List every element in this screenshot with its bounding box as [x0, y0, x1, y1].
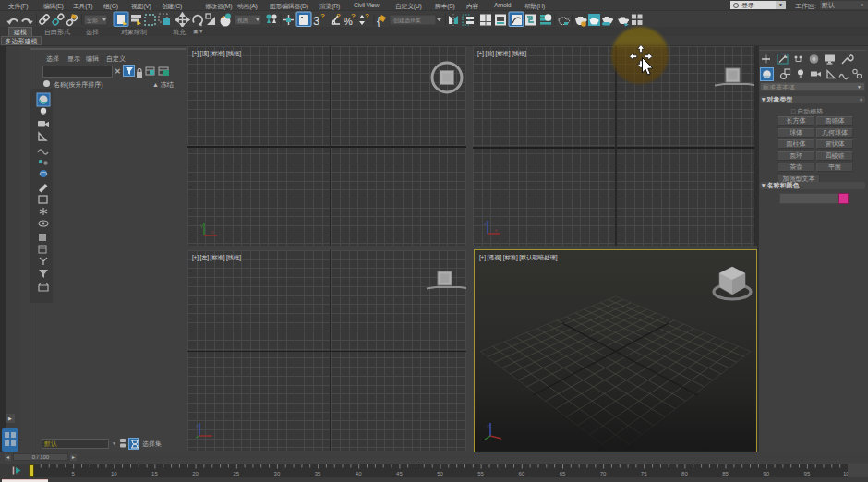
svg-text:85: 85 [722, 471, 729, 476]
svg-text:80: 80 [681, 471, 688, 476]
svg-text:z: z [196, 423, 199, 428]
svg-text:45: 45 [396, 471, 403, 476]
svg-text:视图: 视图 [237, 17, 248, 24]
svg-text:35: 35 [315, 471, 321, 476]
svg-text:z: z [484, 221, 487, 226]
svg-text:{: { [377, 15, 380, 28]
svg-text:10: 10 [111, 471, 117, 476]
svg-text:z: z [487, 423, 489, 428]
svg-text:90: 90 [763, 471, 769, 476]
svg-text:75: 75 [641, 471, 647, 476]
svg-text:?: ? [336, 12, 341, 20]
svg-text:全部: 全部 [86, 17, 98, 24]
svg-text:65: 65 [560, 471, 566, 476]
svg-text:x: x [211, 229, 214, 235]
svg-text:15: 15 [151, 471, 158, 476]
svg-text:55: 55 [477, 471, 484, 476]
svg-text:x: x [495, 227, 498, 233]
svg-text:25: 25 [233, 471, 239, 476]
svg-text:30: 30 [274, 471, 281, 476]
svg-text:?: ? [320, 12, 325, 20]
svg-text:20: 20 [192, 471, 199, 476]
svg-text:?: ? [351, 12, 356, 20]
svg-text:50: 50 [437, 471, 443, 476]
svg-text:创建选择集: 创建选择集 [393, 18, 421, 24]
svg-text:60: 60 [518, 471, 524, 476]
svg-text:?: ? [365, 12, 369, 20]
svg-text:40: 40 [356, 471, 362, 476]
svg-text:y: y [200, 223, 203, 228]
svg-text:95: 95 [804, 471, 811, 476]
svg-text:70: 70 [600, 471, 607, 476]
svg-text:3: 3 [313, 14, 319, 28]
svg-text:5: 5 [72, 471, 76, 476]
